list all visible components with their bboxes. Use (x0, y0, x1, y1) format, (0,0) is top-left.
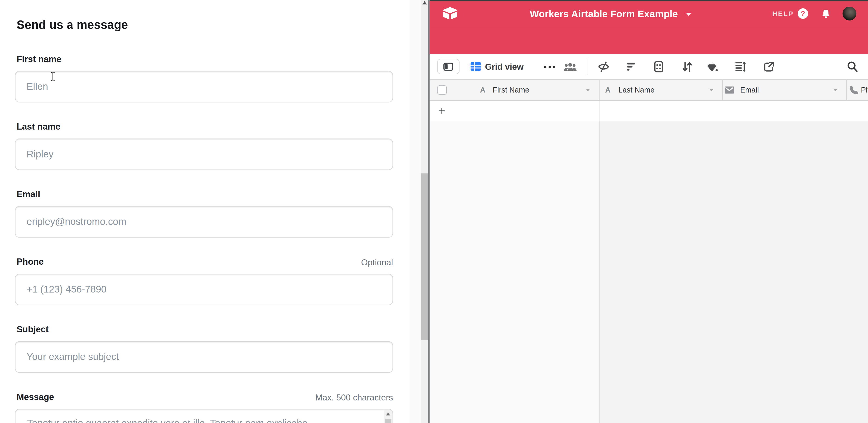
last-name-label: Last name (17, 122, 60, 132)
view-options-ellipsis-icon[interactable] (544, 65, 557, 68)
grid-header-row: A First Name A Last Name Email Phone (430, 80, 868, 100)
message-placeholder: Tenetur optio quaerat expedite vero et i… (27, 418, 308, 423)
first-name-input[interactable] (15, 71, 393, 102)
view-name[interactable]: Grid view (485, 53, 524, 79)
column-divider[interactable] (599, 80, 599, 100)
subject-input[interactable] (15, 341, 393, 373)
column-header-last-name[interactable]: Last Name (618, 80, 655, 100)
base-title[interactable]: Workers Airtable Form Example (530, 0, 678, 27)
group-icon[interactable] (653, 61, 664, 72)
email-input[interactable] (15, 206, 393, 238)
grid-view-icon[interactable] (471, 62, 481, 71)
column-divider (599, 100, 599, 121)
page-scrollbar[interactable] (421, 0, 428, 423)
column-divider[interactable] (846, 80, 847, 100)
collaborators-icon[interactable] (563, 62, 577, 71)
toolbar-divider (587, 58, 588, 74)
view-sidebar-toggle-button[interactable] (437, 58, 460, 74)
airtable-pane: Workers Airtable Form Example HELP ? For… (430, 0, 868, 423)
contact-form-pane: Send us a message First name Last name E… (0, 0, 410, 423)
window-top-edge (430, 0, 868, 1)
phone-optional-note: Optional (361, 258, 393, 267)
help-question-icon[interactable]: ? (798, 8, 808, 19)
text-cursor-icon (50, 71, 55, 81)
column-caret-icon[interactable] (833, 89, 838, 92)
grid-body-area (599, 122, 868, 423)
sort-icon[interactable] (681, 61, 692, 72)
scroll-thumb[interactable] (385, 419, 391, 423)
column-header-first-name[interactable]: First Name (493, 80, 529, 100)
text-field-icon: A (605, 80, 611, 100)
row-height-icon[interactable] (735, 61, 746, 72)
form-title: Send us a message (17, 18, 128, 32)
add-record-plus-icon[interactable]: + (438, 100, 445, 121)
scrollbar-up-arrow[interactable] (422, 1, 427, 4)
message-label: Message (17, 392, 54, 402)
phone-label: Phone (17, 257, 44, 267)
frozen-column-divider (599, 122, 599, 423)
screen: Send us a message First name Last name E… (0, 0, 868, 423)
share-view-icon[interactable] (763, 61, 774, 72)
column-divider[interactable] (722, 80, 723, 100)
text-field-icon: A (480, 80, 485, 100)
scroll-up-arrow[interactable] (386, 413, 390, 415)
user-avatar[interactable] (843, 7, 857, 21)
hide-fields-icon[interactable] (598, 61, 610, 72)
column-caret-icon[interactable] (586, 89, 590, 92)
column-header-phone[interactable]: Phone (861, 80, 868, 100)
search-icon[interactable] (847, 61, 858, 72)
column-caret-icon[interactable] (709, 89, 713, 92)
notifications-bell-icon[interactable] (821, 8, 831, 19)
view-toolbar: Grid view (430, 53, 868, 79)
message-maxlength-note: Max. 500 characters (315, 393, 393, 402)
email-field-icon (725, 87, 734, 94)
filter-icon[interactable] (626, 61, 637, 72)
airtable-top-bar: Workers Airtable Form Example HELP ? (430, 0, 868, 27)
add-record-row[interactable]: + (430, 100, 868, 121)
base-title-caret-icon[interactable] (686, 13, 691, 16)
color-icon[interactable] (706, 61, 718, 72)
message-textarea[interactable]: Tenetur optio quaerat expedite vero et i… (15, 409, 393, 423)
airtable-logo-icon[interactable] (442, 7, 458, 20)
message-scrollbar[interactable] (384, 410, 392, 423)
scrollbar-thumb[interactable] (421, 173, 428, 340)
help-button[interactable]: HELP (772, 0, 794, 27)
grid-body-frozen-area (430, 122, 599, 423)
airtable-tab-bar: Form Submissions SHARE (430, 27, 868, 54)
page-margin-gutter (410, 0, 421, 423)
subject-label: Subject (17, 325, 49, 334)
last-name-input[interactable] (15, 139, 393, 170)
first-name-label: First name (17, 54, 61, 64)
column-header-email[interactable]: Email (740, 80, 759, 100)
panel-icon (443, 62, 453, 71)
phone-input[interactable] (15, 274, 393, 305)
select-all-checkbox[interactable] (437, 85, 447, 95)
phone-field-icon (849, 85, 858, 95)
email-label: Email (17, 189, 40, 199)
